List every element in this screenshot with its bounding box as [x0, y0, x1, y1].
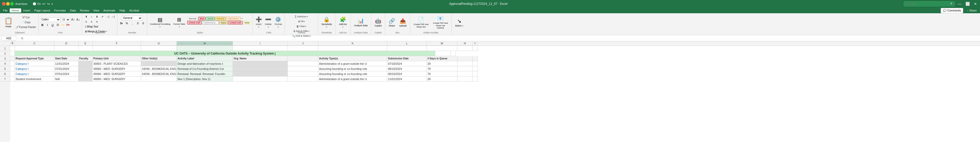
cell-m4[interactable]: 28: [427, 61, 457, 66]
clear-button[interactable]: 🗑 Clear ▾: [296, 24, 307, 28]
orientation-button[interactable]: ↗: [100, 14, 105, 19]
cell-i5[interactable]: [233, 66, 288, 71]
cell-d1[interactable]: [54, 46, 79, 51]
cell-c1[interactable]: [15, 46, 54, 51]
cell-j1[interactable]: [288, 46, 318, 51]
autosum-button[interactable]: Σ AutoSum ▾: [294, 14, 309, 19]
cell-c4[interactable]: Category I: [15, 61, 54, 66]
row-num-4[interactable]: 4: [0, 61, 10, 66]
menu-file[interactable]: File: [1, 8, 10, 13]
cell-b2[interactable]: [10, 51, 15, 56]
cell-e6[interactable]: [79, 71, 92, 76]
menu-formulas[interactable]: Formulas: [52, 8, 68, 13]
cell-b4[interactable]: [10, 61, 15, 66]
font-size-select[interactable]: 11: [61, 17, 70, 22]
cell-h3[interactable]: Activity Label: [177, 56, 233, 61]
indent-decrease-button[interactable]: ←|: [110, 14, 116, 19]
cut-button[interactable]: ✂️ Cut: [15, 15, 37, 20]
cell-h4[interactable]: Design and fabrication of machines t: [177, 61, 233, 66]
cell-m6[interactable]: 79: [427, 71, 457, 76]
cell-h6[interactable]: Renewal: Renewal: Renewal: Foundin: [177, 71, 233, 76]
style-note-button[interactable]: Note: [243, 21, 251, 24]
cell-j7[interactable]: [288, 76, 318, 82]
menu-automate[interactable]: Automate: [101, 8, 117, 13]
search-input[interactable]: [904, 1, 955, 6]
align-left-button[interactable]: ≡: [84, 19, 89, 24]
format-painter-button[interactable]: 🖌️ Format Painter: [15, 25, 37, 30]
cell-i4[interactable]: [233, 61, 288, 66]
row-num-1[interactable]: 1: [0, 46, 10, 51]
cell-j3[interactable]: [288, 56, 318, 61]
border-button[interactable]: ⊡: [55, 23, 60, 27]
col-header-c[interactable]: C: [15, 41, 54, 46]
share-button[interactable]: ↑ Share: [965, 8, 979, 13]
cell-j4[interactable]: [288, 61, 318, 66]
cell-o3[interactable]: [473, 56, 478, 61]
cell-d5[interactable]: 07/01/2024: [54, 66, 79, 71]
italic-button[interactable]: I: [45, 23, 50, 27]
minimize-button[interactable]: [6, 2, 10, 6]
restore-win-icon[interactable]: ⬜: [964, 2, 971, 6]
cell-g1[interactable]: [141, 46, 177, 51]
share-ribbon-button[interactable]: 🔗 Share: [387, 14, 397, 30]
create-pdf-outlook-button[interactable]: 📧 Create PDF and Share Via Outlook: [431, 14, 450, 30]
menu-page-layout[interactable]: Page Layout: [32, 8, 52, 13]
cell-e7[interactable]: [79, 76, 92, 82]
col-header-h[interactable]: H: [177, 41, 233, 46]
cell-i1[interactable]: [233, 46, 288, 51]
style-calculation-button[interactable]: Calculation: [226, 17, 240, 21]
style-neutral-button[interactable]: Neutral: [215, 17, 226, 21]
cell-o4[interactable]: [473, 61, 478, 66]
row-num-2[interactable]: 2: [0, 51, 10, 56]
cell-h5[interactable]: Renewal of Co-Founding Artemis Cur: [177, 66, 233, 71]
close-button[interactable]: [2, 2, 6, 6]
col-header-b[interactable]: B: [10, 41, 15, 46]
cell-k3[interactable]: Activity Type(s): [318, 56, 387, 61]
col-header-g[interactable]: G: [141, 41, 177, 46]
align-bottom-button[interactable]: ⬇: [94, 14, 99, 19]
cell-g4[interactable]: [141, 61, 177, 66]
cell-f3[interactable]: Primary Unit: [92, 56, 141, 61]
formula-input[interactable]: [25, 36, 979, 41]
cell-n4[interactable]: [457, 61, 473, 66]
row-num-6[interactable]: 6: [0, 71, 10, 76]
cell-g6[interactable]: 24036 - BIOMEDICAL ENGINEERING: [141, 71, 177, 76]
cell-c3[interactable]: Request Approval Type: [15, 56, 54, 61]
increase-font-button[interactable]: A↑: [71, 17, 75, 22]
minimize-win-icon[interactable]: —: [957, 2, 963, 6]
menu-view[interactable]: View: [91, 8, 102, 13]
analyze-button[interactable]: 📊 Analyze Data: [352, 14, 370, 30]
row-num-5[interactable]: 5: [0, 66, 10, 71]
format-cells-button[interactable]: ⚙️ Format ▾: [274, 14, 283, 30]
cell-h1[interactable]: [177, 46, 233, 51]
row-num-7[interactable]: 7: [0, 76, 10, 82]
cell-l4[interactable]: 07/18/2024: [387, 61, 427, 66]
comma-button[interactable]: ,: [130, 21, 135, 26]
col-header-i[interactable]: I: [233, 41, 288, 46]
cell-l7[interactable]: 11/01/2024: [387, 76, 427, 82]
menu-acrobat[interactable]: Acrobat: [127, 8, 141, 13]
style-check-button[interactable]: Check Cell: [187, 21, 202, 24]
conditional-formatting-button[interactable]: ▤ Conditional Formatting ▾: [149, 14, 171, 30]
addins-button[interactable]: 🧩 Add-ins ▾: [337, 14, 349, 30]
cell-j6[interactable]: [288, 71, 318, 76]
cell-b7[interactable]: [10, 76, 15, 82]
percent-button[interactable]: %: [124, 21, 129, 26]
cell-n6[interactable]: [457, 71, 473, 76]
create-pdf-button[interactable]: 📄 Create PDF and Share link: [412, 14, 431, 30]
number-format-select[interactable]: General: [122, 16, 142, 21]
category-link-6[interactable]: Category I: [16, 73, 29, 76]
cell-m3[interactable]: # Days in Queue: [427, 56, 457, 61]
cell-l1[interactable]: [387, 46, 427, 51]
cell-b5[interactable]: [10, 66, 15, 71]
menu-home[interactable]: Home: [10, 8, 21, 13]
menu-data[interactable]: Data: [68, 8, 78, 13]
category-link-5[interactable]: Category I: [16, 67, 29, 70]
cell-c7[interactable]: Student Involvement: [15, 76, 54, 82]
menu-insert[interactable]: Insert: [21, 8, 32, 13]
cell-i6[interactable]: [233, 71, 288, 76]
cell-n3[interactable]: [457, 56, 473, 61]
col-header-f[interactable]: F: [92, 41, 141, 46]
menu-review[interactable]: Review: [78, 8, 91, 13]
redo-icon[interactable]: ↪: [47, 2, 50, 6]
